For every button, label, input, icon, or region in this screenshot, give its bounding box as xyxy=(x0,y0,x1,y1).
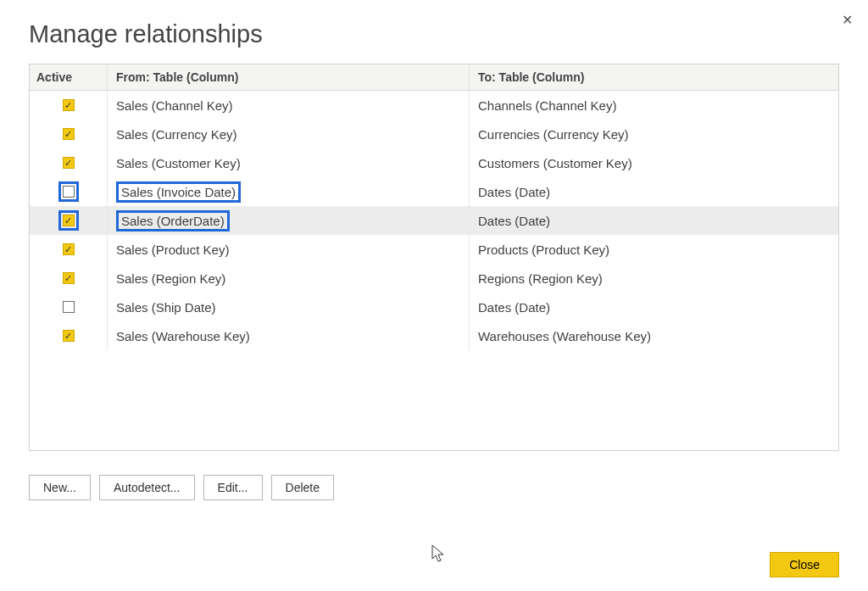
table-row[interactable]: Sales (Warehouse Key)Warehouses (Warehou… xyxy=(30,321,838,350)
column-header-active[interactable]: Active xyxy=(30,64,108,90)
from-label: Sales (Warehouse Key) xyxy=(116,329,250,343)
new-button[interactable]: New... xyxy=(29,475,91,500)
from-label: Sales (Currency Key) xyxy=(116,127,237,142)
close-button[interactable]: Close xyxy=(770,552,839,577)
cell-to: Regions (Region Key) xyxy=(470,264,838,293)
cell-active xyxy=(30,148,108,177)
cell-active xyxy=(30,235,108,264)
to-label: Products (Product Key) xyxy=(478,243,609,257)
from-label: Sales (OrderDate) xyxy=(121,214,225,228)
active-checkbox[interactable] xyxy=(63,128,75,140)
edit-button[interactable]: Edit... xyxy=(203,475,263,500)
cell-from: Sales (Invoice Date) xyxy=(108,177,470,206)
active-checkbox[interactable] xyxy=(63,243,75,255)
cell-from: Sales (Product Key) xyxy=(108,235,470,264)
active-checkbox[interactable] xyxy=(63,99,75,111)
cell-active xyxy=(30,120,108,148)
autodetect-button[interactable]: Autodetect... xyxy=(99,475,195,500)
from-label: Sales (Invoice Date) xyxy=(121,185,236,199)
to-label: Warehouses (Warehouse Key) xyxy=(478,329,651,343)
cell-to: Channels (Channel Key) xyxy=(470,91,838,120)
active-checkbox[interactable] xyxy=(63,272,75,284)
cell-from: Sales (Currency Key) xyxy=(108,120,470,148)
to-label: Dates (Date) xyxy=(478,300,550,315)
to-label: Dates (Date) xyxy=(478,214,550,228)
column-header-to[interactable]: To: Table (Column) xyxy=(470,64,838,90)
cell-to: Products (Product Key) xyxy=(470,235,838,264)
cell-from: Sales (Ship Date) xyxy=(108,293,470,321)
from-label: Sales (Product Key) xyxy=(116,243,229,257)
relationships-table: Active From: Table (Column) To: Table (C… xyxy=(29,64,839,451)
table-row[interactable]: Sales (Ship Date)Dates (Date) xyxy=(30,293,838,321)
cell-active xyxy=(30,293,108,321)
table-row[interactable]: Sales (Customer Key)Customers (Customer … xyxy=(30,148,838,177)
active-checkbox[interactable] xyxy=(63,330,75,342)
table-header: Active From: Table (Column) To: Table (C… xyxy=(30,64,838,91)
delete-button[interactable]: Delete xyxy=(271,475,334,500)
to-label: Dates (Date) xyxy=(478,185,550,199)
active-checkbox[interactable] xyxy=(63,301,75,313)
highlight-box: Sales (Invoice Date) xyxy=(116,181,241,203)
table-row[interactable]: Sales (Product Key)Products (Product Key… xyxy=(30,235,838,264)
cursor-icon xyxy=(431,544,448,565)
table-row[interactable]: Sales (Currency Key)Currencies (Currency… xyxy=(30,120,838,148)
active-checkbox[interactable] xyxy=(63,157,75,169)
dialog-button-row: New... Autodetect... Edit... Delete xyxy=(29,475,839,500)
cell-to: Dates (Date) xyxy=(470,177,838,206)
cell-active xyxy=(30,321,108,350)
dialog-title: Manage relationships xyxy=(0,0,868,64)
active-checkbox[interactable] xyxy=(63,215,75,226)
cell-from: Sales (Warehouse Key) xyxy=(108,321,470,350)
to-label: Currencies (Currency Key) xyxy=(478,127,629,142)
highlight-box xyxy=(58,210,79,231)
to-label: Customers (Customer Key) xyxy=(478,156,632,170)
cell-active xyxy=(30,264,108,293)
table-row[interactable]: Sales (Channel Key)Channels (Channel Key… xyxy=(30,91,838,120)
from-label: Sales (Channel Key) xyxy=(116,98,233,113)
cell-to: Dates (Date) xyxy=(470,293,838,321)
active-checkbox[interactable] xyxy=(63,186,75,198)
cell-active xyxy=(30,177,108,206)
from-label: Sales (Ship Date) xyxy=(116,300,216,315)
column-header-from[interactable]: From: Table (Column) xyxy=(108,64,470,90)
cell-from: Sales (Channel Key) xyxy=(108,91,470,120)
highlight-box: Sales (OrderDate) xyxy=(116,210,230,231)
table-row[interactable]: Sales (OrderDate)Dates (Date) xyxy=(30,206,838,235)
cell-from: Sales (Region Key) xyxy=(108,264,470,293)
close-icon[interactable]: ✕ xyxy=(838,8,856,31)
cell-from: Sales (Customer Key) xyxy=(108,148,470,177)
to-label: Channels (Channel Key) xyxy=(478,98,616,113)
from-label: Sales (Region Key) xyxy=(116,271,225,286)
cell-to: Warehouses (Warehouse Key) xyxy=(470,321,838,350)
cell-to: Customers (Customer Key) xyxy=(470,148,838,177)
highlight-box xyxy=(58,181,79,202)
cell-active xyxy=(30,91,108,120)
cell-to: Currencies (Currency Key) xyxy=(470,120,838,148)
cell-active xyxy=(30,206,108,235)
table-row[interactable]: Sales (Region Key)Regions (Region Key) xyxy=(30,264,838,293)
to-label: Regions (Region Key) xyxy=(478,271,603,286)
cell-to: Dates (Date) xyxy=(470,206,838,235)
table-row[interactable]: Sales (Invoice Date)Dates (Date) xyxy=(30,177,838,206)
cell-from: Sales (OrderDate) xyxy=(108,206,470,235)
from-label: Sales (Customer Key) xyxy=(116,156,241,170)
table-body: Sales (Channel Key)Channels (Channel Key… xyxy=(30,91,838,451)
